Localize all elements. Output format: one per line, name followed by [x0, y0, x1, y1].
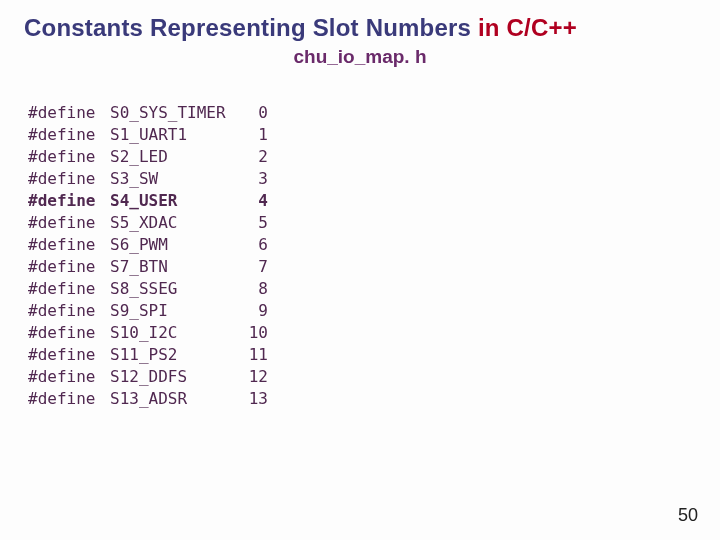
code-row: #defineS11_PS211 [28, 344, 696, 366]
define-name: S1_UART1 [110, 124, 240, 146]
code-row: #defineS3_SW3 [28, 168, 696, 190]
define-name: S9_SPI [110, 300, 240, 322]
code-row: #defineS6_PWM6 [28, 234, 696, 256]
define-value: 10 [240, 322, 268, 344]
define-value: 7 [240, 256, 268, 278]
define-value: 4 [240, 190, 268, 212]
code-row: #defineS10_I2C10 [28, 322, 696, 344]
define-keyword: #define [28, 212, 110, 234]
define-keyword: #define [28, 168, 110, 190]
define-keyword: #define [28, 344, 110, 366]
define-keyword: #define [28, 234, 110, 256]
code-row: #defineS13_ADSR13 [28, 388, 696, 410]
code-row: #defineS2_LED2 [28, 146, 696, 168]
define-keyword: #define [28, 124, 110, 146]
define-keyword: #define [28, 102, 110, 124]
define-name: S3_SW [110, 168, 240, 190]
code-row: #defineS4_USER4 [28, 190, 696, 212]
define-name: S13_ADSR [110, 388, 240, 410]
define-keyword: #define [28, 388, 110, 410]
code-row: #defineS1_UART11 [28, 124, 696, 146]
code-row: #defineS8_SSEG8 [28, 278, 696, 300]
define-keyword: #define [28, 322, 110, 344]
define-name: S7_BTN [110, 256, 240, 278]
define-keyword: #define [28, 190, 110, 212]
define-keyword: #define [28, 146, 110, 168]
define-keyword: #define [28, 366, 110, 388]
define-name: S12_DDFS [110, 366, 240, 388]
define-value: 5 [240, 212, 268, 234]
define-name: S10_I2C [110, 322, 240, 344]
subtitle-filename: chu_io_map. h [24, 46, 696, 68]
define-name: S4_USER [110, 190, 240, 212]
title-accent: in C/C++ [478, 14, 577, 41]
define-value: 1 [240, 124, 268, 146]
define-value: 13 [240, 388, 268, 410]
define-value: 12 [240, 366, 268, 388]
page-title: Constants Representing Slot Numbers in C… [24, 14, 696, 42]
code-row: #defineS7_BTN7 [28, 256, 696, 278]
define-name: S2_LED [110, 146, 240, 168]
define-value: 6 [240, 234, 268, 256]
code-row: #defineS9_SPI9 [28, 300, 696, 322]
define-value: 3 [240, 168, 268, 190]
define-name: S5_XDAC [110, 212, 240, 234]
page-number: 50 [678, 505, 698, 526]
code-row: #defineS5_XDAC5 [28, 212, 696, 234]
define-value: 11 [240, 344, 268, 366]
slide: Constants Representing Slot Numbers in C… [0, 0, 720, 540]
define-value: 8 [240, 278, 268, 300]
code-row: #defineS12_DDFS12 [28, 366, 696, 388]
code-row: #defineS0_SYS_TIMER0 [28, 102, 696, 124]
define-keyword: #define [28, 278, 110, 300]
define-name: S0_SYS_TIMER [110, 102, 240, 124]
define-name: S6_PWM [110, 234, 240, 256]
define-keyword: #define [28, 256, 110, 278]
define-value: 0 [240, 102, 268, 124]
define-name: S8_SSEG [110, 278, 240, 300]
title-plain: Constants Representing Slot Numbers [24, 14, 478, 41]
define-keyword: #define [28, 300, 110, 322]
define-value: 9 [240, 300, 268, 322]
define-name: S11_PS2 [110, 344, 240, 366]
code-block: #defineS0_SYS_TIMER0#defineS1_UART11#def… [28, 102, 696, 410]
define-value: 2 [240, 146, 268, 168]
